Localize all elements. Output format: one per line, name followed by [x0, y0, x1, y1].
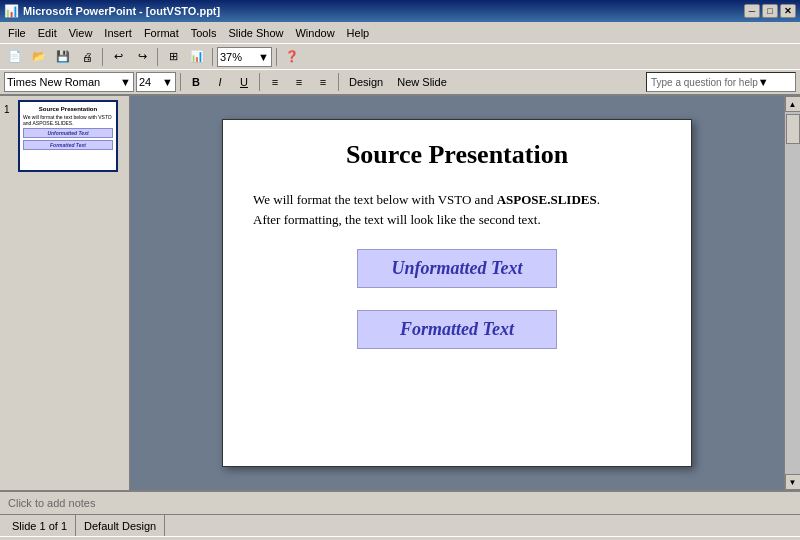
- main-area: 1 Source Presentation We will format the…: [0, 96, 800, 490]
- zoom-arrow: ▼: [258, 51, 269, 63]
- text-boxes-row: Unformatted Text Formatted Text: [253, 249, 661, 349]
- slide-edit-area: Source Presentation We will format the t…: [130, 96, 784, 490]
- restore-button[interactable]: □: [762, 4, 778, 18]
- scroll-track: [785, 112, 800, 474]
- title-bar: 📊 Microsoft PowerPoint - [outVSTO.ppt] ─…: [0, 0, 800, 22]
- new-button[interactable]: 📄: [4, 46, 26, 68]
- window-controls: ─ □ ✕: [744, 4, 796, 18]
- slide-canvas[interactable]: Source Presentation We will format the t…: [222, 119, 692, 467]
- align-right-button[interactable]: ≡: [312, 71, 334, 93]
- app-icon: 📊: [4, 4, 19, 18]
- slide-number: 1: [4, 100, 14, 115]
- zoom-box[interactable]: 37% ▼: [217, 47, 272, 67]
- body-period: .: [597, 192, 600, 207]
- unformatted-text-box[interactable]: Unformatted Text: [357, 249, 557, 288]
- sep5: [180, 73, 181, 91]
- thumb-formatted: Formatted Text: [23, 140, 113, 150]
- sep6: [259, 73, 260, 91]
- status-bar: Slide 1 of 1 Default Design: [0, 514, 800, 536]
- standard-toolbar: 📄 📂 💾 🖨 ↩ ↪ ⊞ 📊 37% ▼ ❓: [0, 44, 800, 70]
- help-search-box[interactable]: Type a question for help ▼: [646, 72, 796, 92]
- slide-title: Source Presentation: [253, 140, 661, 170]
- close-button[interactable]: ✕: [780, 4, 796, 18]
- zoom-value: 37%: [220, 51, 242, 63]
- font-name-arrow: ▼: [120, 76, 131, 88]
- open-button[interactable]: 📂: [28, 46, 50, 68]
- slide-body: We will format the text below with VSTO …: [253, 190, 661, 229]
- notes-placeholder: Click to add notes: [8, 497, 95, 509]
- menu-help[interactable]: Help: [341, 25, 376, 41]
- design-info: Default Design: [76, 515, 165, 536]
- menu-file[interactable]: File: [2, 25, 32, 41]
- font-size-value: 24: [139, 76, 151, 88]
- menu-window[interactable]: Window: [289, 25, 340, 41]
- chart-button[interactable]: 📊: [186, 46, 208, 68]
- align-center-button[interactable]: ≡: [288, 71, 310, 93]
- notes-area[interactable]: Click to add notes: [0, 490, 800, 514]
- thumb-unformatted: Unformatted Text: [23, 128, 113, 138]
- slide-thumbnail[interactable]: Source Presentation We will format the t…: [18, 100, 118, 172]
- language-info: [165, 515, 184, 536]
- help-search-placeholder: Type a question for help: [651, 77, 758, 88]
- menu-bar: File Edit View Insert Format Tools Slide…: [0, 22, 800, 44]
- scroll-down-button[interactable]: ▼: [785, 474, 801, 490]
- font-name-box[interactable]: Times New Roman ▼: [4, 72, 134, 92]
- sep2: [157, 48, 158, 66]
- bold-button[interactable]: B: [185, 71, 207, 93]
- menu-insert[interactable]: Insert: [98, 25, 138, 41]
- body-bold-text: ASPOSE.SLIDES: [497, 192, 597, 207]
- design-button[interactable]: Design: [343, 72, 389, 92]
- menu-edit[interactable]: Edit: [32, 25, 63, 41]
- table-button[interactable]: ⊞: [162, 46, 184, 68]
- formatting-toolbar: Times New Roman ▼ 24 ▼ B I U ≡ ≡ ≡ Desig…: [0, 70, 800, 96]
- new-slide-button[interactable]: New Slide: [391, 72, 453, 92]
- body-text-2: After formatting, the text will look lik…: [253, 212, 541, 227]
- sep4: [276, 48, 277, 66]
- thumb-body: We will format the text below with VSTO …: [23, 114, 113, 126]
- scroll-up-button[interactable]: ▲: [785, 96, 801, 112]
- font-size-box[interactable]: 24 ▼: [136, 72, 176, 92]
- help-search-arrow: ▼: [758, 76, 769, 88]
- body-text-1: We will format the text below with VSTO …: [253, 192, 497, 207]
- vertical-scrollbar[interactable]: ▲ ▼: [784, 96, 800, 490]
- save-button[interactable]: 💾: [52, 46, 74, 68]
- print-button[interactable]: 🖨: [76, 46, 98, 68]
- menu-slideshow[interactable]: Slide Show: [222, 25, 289, 41]
- thumb-title: Source Presentation: [23, 106, 113, 112]
- sep3: [212, 48, 213, 66]
- slide-panel: 1 Source Presentation We will format the…: [0, 96, 130, 490]
- font-size-arrow: ▼: [162, 76, 173, 88]
- underline-button[interactable]: U: [233, 71, 255, 93]
- slide-thumbnail-container: 1 Source Presentation We will format the…: [4, 100, 125, 172]
- undo-button[interactable]: ↩: [107, 46, 129, 68]
- menu-format[interactable]: Format: [138, 25, 185, 41]
- formatted-text-box[interactable]: Formatted Text: [357, 310, 557, 349]
- slide-info: Slide 1 of 1: [4, 515, 76, 536]
- menu-view[interactable]: View: [63, 25, 99, 41]
- help-button[interactable]: ❓: [281, 46, 303, 68]
- italic-button[interactable]: I: [209, 71, 231, 93]
- draw-toolbar: Draw ▼ ↖ AutoShapes ▼ ╱ → ▭ ○ ↻ ◫ ⬜ 🪣 A: [0, 536, 800, 540]
- scroll-thumb[interactable]: [786, 114, 800, 144]
- font-name-value: Times New Roman: [7, 76, 100, 88]
- redo-button[interactable]: ↪: [131, 46, 153, 68]
- align-left-button[interactable]: ≡: [264, 71, 286, 93]
- sep1: [102, 48, 103, 66]
- window-title: Microsoft PowerPoint - [outVSTO.ppt]: [23, 5, 744, 17]
- sep7: [338, 73, 339, 91]
- minimize-button[interactable]: ─: [744, 4, 760, 18]
- menu-tools[interactable]: Tools: [185, 25, 223, 41]
